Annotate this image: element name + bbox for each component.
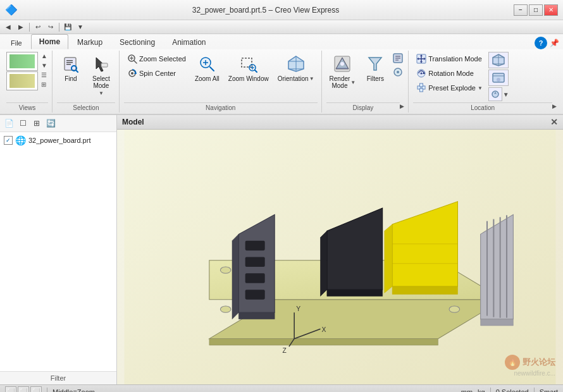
board-svg: Y X Z (117, 130, 563, 384)
close-button[interactable]: ✕ (544, 4, 558, 16)
location-icon-3[interactable] (488, 87, 502, 101)
tree-item-label: 32_power_board.prt (28, 137, 90, 144)
selected-label: 0 Selected (496, 388, 529, 393)
location-arrow[interactable]: ▼ (503, 91, 509, 98)
display-icon-2[interactable] (392, 66, 404, 78)
preset-explode-arrow: ▼ (478, 85, 483, 91)
status-icon-1[interactable]: ⬜ (5, 386, 16, 393)
spin-center-button[interactable]: Spin Center (124, 66, 189, 80)
ribbon-pin-button[interactable]: 📌 (548, 37, 560, 49)
navigation-label: Navigation (124, 102, 318, 111)
filters-label: Filters (367, 75, 384, 82)
svg-rect-73 (245, 257, 265, 267)
display-icon-1[interactable] (392, 52, 404, 64)
model-close-button[interactable]: ✕ (550, 117, 558, 127)
back-button[interactable]: ◀ (3, 21, 14, 33)
title-text: 32_power_board.prt.5 – Creo View Express (18, 6, 514, 15)
help-button[interactable]: ? (535, 37, 547, 49)
tree-item-icon: 🌐 (15, 135, 26, 145)
location-extra: ▼ (488, 52, 509, 101)
views-toolbar-btn-3[interactable]: ⊞ (30, 117, 43, 130)
unit-mm: mm (461, 388, 473, 393)
minimize-button[interactable]: − (514, 4, 528, 16)
views-toolbar-btn-1[interactable]: 📄 (3, 117, 15, 130)
views-toolbar-btn-2[interactable]: ☐ (16, 117, 29, 130)
svg-rect-51 (420, 83, 423, 87)
translation-mode-button[interactable]: Translation Mode (413, 52, 486, 66)
tab-file[interactable]: File (3, 36, 30, 49)
views-scroll-up[interactable]: ▲ (40, 52, 48, 60)
svg-marker-80 (392, 286, 457, 294)
location-expand[interactable]: ▶ (552, 103, 557, 109)
rotation-mode-button[interactable]: Rotation Mode (413, 66, 486, 80)
tab-markup[interactable]: Markup (69, 35, 111, 49)
quick-dropdown-button[interactable]: ▼ (75, 21, 86, 33)
model-viewport[interactable]: Y X Z 🔥 野火论坛 newwildfire.c... (117, 130, 563, 384)
views-group: ▲ ▼ ☰ ⊞ Views (3, 51, 53, 113)
views-tree: ✓ 🌐 32_power_board.prt (0, 132, 116, 371)
tab-sectioning[interactable]: Sectioning (111, 35, 163, 49)
svg-point-68 (449, 306, 460, 312)
filters-button[interactable]: Filters (361, 52, 389, 84)
svg-line-16 (210, 67, 214, 71)
ribbon-content: ▲ ▼ ☰ ⊞ Views (0, 49, 563, 114)
orientation-label: Orientation (278, 75, 309, 82)
orientation-button[interactable]: Orientation ▼ (275, 52, 318, 84)
svg-rect-74 (245, 273, 265, 283)
smart-label: Smart (540, 388, 558, 393)
views-filter[interactable]: Filter (0, 371, 116, 384)
spin-center-icon (127, 68, 137, 78)
svg-marker-78 (321, 231, 327, 296)
zoom-window-button[interactable]: Zoom Window (225, 52, 272, 84)
forward-button[interactable]: ▶ (15, 21, 27, 33)
ribbon: File Home Markup Sectioning Animation ? … (0, 34, 563, 115)
status-icon-3[interactable]: ⬜ (30, 386, 42, 393)
render-mode-button[interactable]: Render Mode ▼ (326, 52, 359, 91)
selection-group: Find Select Mode ▼ Selection (53, 51, 120, 113)
watermark: 🔥 野火论坛 newwildfire.c... (505, 355, 555, 377)
redo-button[interactable]: ↪ (45, 21, 56, 33)
location-group: Translation Mode Rotation Mode (409, 51, 560, 113)
render-mode-label: Render Mode (330, 75, 350, 89)
tab-home[interactable]: Home (31, 34, 68, 49)
tree-item-model[interactable]: ✓ 🌐 32_power_board.prt (1, 133, 115, 147)
zoom-selected-button[interactable]: Zoom Selected (124, 52, 189, 66)
views-toolbar-btn-4[interactable]: 🔄 (44, 117, 57, 130)
views-nav: ▲ ▼ ☰ ⊞ (40, 52, 48, 89)
location-icon-2[interactable] (488, 70, 509, 86)
select-mode-button[interactable]: Select Mode ▼ (87, 52, 115, 98)
zoom-selected-icon (127, 54, 137, 64)
mode-label: Middle=Zoom (53, 388, 95, 393)
views-scroll-down[interactable]: ▼ (40, 61, 48, 70)
find-button[interactable]: Find (57, 52, 85, 84)
views-list-btn[interactable]: ☰ (40, 71, 48, 79)
view-thumbnail-2[interactable] (6, 71, 38, 90)
views-grid-btn[interactable]: ⊞ (40, 80, 48, 89)
display-extra (392, 52, 404, 78)
views-toolbar: 📄 ☐ ⊞ 🔄 (0, 115, 116, 132)
svg-point-13 (131, 72, 133, 75)
views-panel: 📄 ☐ ⊞ 🔄 ✓ 🌐 32_power_board.prt Filter (0, 115, 117, 384)
status-bar: ⬜ ⬜ ⬜ Middle=Zoom mm kg 0 Selected Smart (0, 384, 563, 392)
view-thumbnail-1[interactable] (6, 52, 38, 71)
svg-rect-1 (66, 60, 73, 61)
status-icon-2[interactable]: ⬜ (18, 386, 29, 393)
display-group: Render Mode ▼ Filters (323, 51, 409, 113)
orientation-label-row: Orientation ▼ (278, 75, 314, 82)
undo-button[interactable]: ↩ (32, 21, 44, 33)
location-icon-1[interactable] (488, 52, 509, 68)
restore-button[interactable]: □ (529, 4, 543, 16)
zoom-all-button[interactable]: Zoom All (192, 52, 223, 84)
preset-explode-button[interactable]: Preset Explode ▼ (413, 81, 486, 95)
status-separator-2 (490, 388, 491, 393)
zoom-selected-label: Zoom Selected (139, 55, 186, 63)
watermark-text: 野火论坛 (523, 357, 555, 368)
tree-item-checkbox[interactable]: ✓ (4, 136, 13, 145)
selection-label: Selection (57, 102, 115, 111)
svg-rect-52 (420, 89, 423, 92)
save-button[interactable]: 💾 (62, 21, 73, 33)
tab-animation[interactable]: Animation (164, 35, 214, 49)
status-separator (47, 388, 47, 393)
display-expand[interactable]: ▶ (400, 103, 404, 109)
filters-icon (365, 54, 385, 74)
